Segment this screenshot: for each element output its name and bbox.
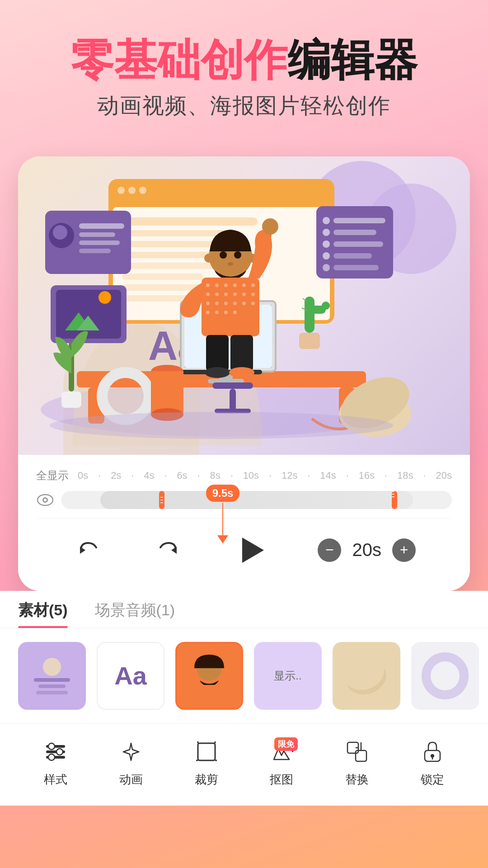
material-thumb-avatar[interactable] <box>175 642 243 710</box>
track-handle-left[interactable] <box>159 491 164 509</box>
tab-scene-audio[interactable]: 场景音频(1) <box>95 600 175 628</box>
svg-rect-96 <box>151 371 183 415</box>
svg-rect-87 <box>305 297 314 333</box>
duration-minus-button[interactable]: − <box>318 538 341 562</box>
timeline-section: 全显示 0s · 2s · 4s · 6s · 8s · 10s · 12s · <box>18 455 470 591</box>
hero-section: 零基础创作编辑器 动画视频、海报图片轻松创作 <box>0 0 488 138</box>
playhead[interactable]: 9.5s <box>206 485 240 543</box>
svg-point-68 <box>233 292 237 296</box>
material-thumb-ring[interactable] <box>411 642 479 710</box>
svg-point-71 <box>206 302 210 305</box>
svg-point-32 <box>323 264 330 271</box>
svg-point-64 <box>251 283 255 287</box>
time-dot9: · <box>423 470 426 481</box>
svg-point-55 <box>220 251 227 259</box>
lock-label: 锁定 <box>421 772 444 788</box>
tab-material[interactable]: 素材(5) <box>18 600 68 628</box>
toolbar-matting[interactable]: 限免 抠图 <box>267 737 296 788</box>
editor-card: Aa <box>18 156 470 591</box>
current-time-badge: 9.5s <box>206 485 240 502</box>
timeline-track[interactable]: 9.5s <box>36 486 452 514</box>
redo-button[interactable] <box>153 534 184 566</box>
svg-rect-20 <box>79 232 115 237</box>
undo-button[interactable] <box>72 534 104 566</box>
aa-text-icon: Aa <box>114 661 147 690</box>
time-2s: · <box>98 470 101 481</box>
svg-rect-21 <box>79 241 120 245</box>
toolbar-crop[interactable]: 裁剪 <box>192 737 221 788</box>
material-thumb-scene[interactable] <box>18 642 86 710</box>
time-dot3: · <box>197 470 200 481</box>
svg-rect-92 <box>61 392 81 408</box>
timeline-label: 全显示 <box>36 468 69 483</box>
time-0s: 0s <box>78 470 88 481</box>
svg-point-79 <box>224 311 228 314</box>
track-handle-right[interactable] <box>392 491 397 509</box>
material-thumb-text[interactable]: Aa <box>97 642 164 710</box>
svg-rect-11 <box>122 252 212 258</box>
handle-grip-right <box>392 491 397 497</box>
track-bar[interactable]: 9.5s <box>61 491 452 509</box>
toolbar-replace[interactable]: 替换 <box>343 737 371 788</box>
svg-point-53 <box>204 254 213 263</box>
timeline-track-wrapper[interactable]: 9.5s <box>36 486 452 514</box>
time-14s: 14s <box>320 470 336 481</box>
track-fill <box>100 491 413 509</box>
toolbar-animation[interactable]: 动画 <box>117 737 145 788</box>
svg-point-65 <box>206 292 210 296</box>
matting-badge: 限免 <box>274 737 298 751</box>
svg-point-6 <box>139 187 146 194</box>
visibility-icon[interactable] <box>36 491 54 509</box>
svg-rect-108 <box>34 678 70 682</box>
toolbar-lock[interactable]: 锁定 <box>418 737 447 788</box>
lock-icon <box>418 737 447 766</box>
time-2s-label: 2s <box>111 470 121 481</box>
playhead-arrow <box>217 535 228 543</box>
time-dot7: · <box>346 470 349 481</box>
hero-title-black: 编辑器 <box>287 36 418 84</box>
svg-point-24 <box>323 217 330 224</box>
svg-rect-58 <box>202 278 259 336</box>
toolbar-style[interactable]: 样式 <box>41 737 70 788</box>
svg-point-18 <box>53 225 67 240</box>
replace-label: 替换 <box>345 772 369 788</box>
svg-point-76 <box>251 302 255 305</box>
svg-point-80 <box>233 311 237 314</box>
material-thumb-display[interactable]: 显示.. <box>254 642 322 710</box>
style-label: 样式 <box>44 772 67 788</box>
svg-point-57 <box>228 262 233 266</box>
time-dot4: · <box>230 470 233 481</box>
svg-rect-22 <box>79 249 111 253</box>
svg-rect-48 <box>212 382 253 389</box>
style-icon <box>41 737 70 766</box>
svg-point-135 <box>431 754 434 758</box>
svg-point-89 <box>322 302 330 310</box>
duration-plus-button[interactable]: + <box>392 538 416 562</box>
time-dot1: · <box>131 470 134 481</box>
crop-icon <box>192 737 221 766</box>
time-8s: 8s <box>210 470 221 481</box>
animation-label: 动画 <box>119 772 143 788</box>
time-dot6: · <box>307 470 310 481</box>
svg-point-63 <box>242 283 246 287</box>
svg-point-81 <box>262 218 278 235</box>
svg-point-77 <box>206 311 210 314</box>
svg-point-78 <box>215 311 219 314</box>
svg-point-72 <box>215 302 219 305</box>
svg-rect-35 <box>56 290 121 339</box>
svg-rect-131 <box>356 750 366 761</box>
time-dot8: · <box>385 470 387 481</box>
svg-rect-112 <box>194 685 224 701</box>
material-thumb-egg[interactable] <box>333 642 400 710</box>
svg-rect-82 <box>206 335 229 371</box>
minus-icon: − <box>325 542 334 558</box>
svg-rect-27 <box>333 230 376 235</box>
time-16s: 16s <box>359 470 375 481</box>
svg-point-66 <box>215 292 219 296</box>
handle-grip-left <box>160 497 163 503</box>
svg-rect-123 <box>198 743 215 760</box>
svg-point-114 <box>340 651 389 695</box>
svg-point-84 <box>205 367 230 378</box>
material-tabs: 素材(5) 场景音频(1) <box>0 591 488 628</box>
illustration-area: Aa <box>18 156 470 455</box>
